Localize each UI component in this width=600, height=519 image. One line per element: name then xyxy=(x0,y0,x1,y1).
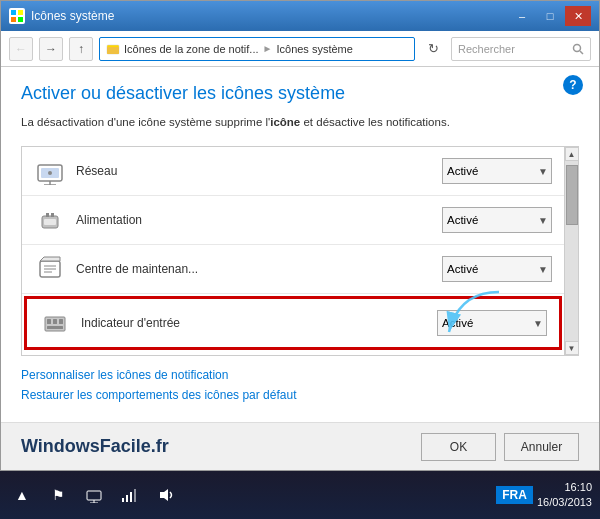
svg-rect-25 xyxy=(59,319,63,324)
centre-select[interactable]: Activé Désactivé xyxy=(442,256,552,282)
reseau-label: Réseau xyxy=(76,164,442,178)
personalize-link[interactable]: Personnaliser les icônes de notification xyxy=(21,368,579,382)
ok-button[interactable]: OK xyxy=(421,433,496,461)
window-title: Icônes système xyxy=(31,9,114,23)
indicateur-label: Indicateur d'entrée xyxy=(81,316,437,330)
svg-rect-26 xyxy=(47,326,63,329)
svg-rect-3 xyxy=(18,17,23,22)
maximize-button[interactable]: □ xyxy=(537,6,563,26)
centre-label: Centre de maintenan... xyxy=(76,262,442,276)
title-bar-left: Icônes système xyxy=(9,8,114,24)
volume-tray-icon[interactable] xyxy=(152,481,180,509)
svg-rect-2 xyxy=(11,17,16,22)
cancel-button[interactable]: Annuler xyxy=(504,433,579,461)
close-button[interactable]: ✕ xyxy=(565,6,591,26)
reseau-select-wrapper[interactable]: Activé Désactivé ▼ xyxy=(442,158,552,184)
breadcrumb-separator: ► xyxy=(263,43,273,54)
svg-rect-0 xyxy=(11,10,16,15)
svg-rect-5 xyxy=(107,47,119,54)
main-window: Icônes système – □ ✕ ← → ↑ Icônes de la … xyxy=(0,0,600,471)
system-clock: 16:10 16/03/2013 xyxy=(537,480,592,511)
scroll-up-button[interactable]: ▲ xyxy=(565,147,579,161)
title-bar: Icônes système – □ ✕ xyxy=(1,1,599,31)
reseau-icon xyxy=(34,155,66,187)
path-breadcrumb2: Icônes système xyxy=(276,43,352,55)
scroll-down-button[interactable]: ▼ xyxy=(565,341,579,355)
svg-rect-16 xyxy=(44,219,56,225)
svg-point-6 xyxy=(574,44,581,51)
svg-line-7 xyxy=(580,51,583,54)
scroll-thumb[interactable] xyxy=(566,165,578,225)
search-box[interactable]: Rechercher xyxy=(451,37,591,61)
svg-rect-24 xyxy=(53,319,57,324)
svg-rect-23 xyxy=(47,319,51,324)
help-icon[interactable]: ? xyxy=(563,75,583,95)
flag-tray-icon[interactable]: ⚑ xyxy=(44,481,72,509)
footer: WindowsFacile.fr OK Annuler xyxy=(1,422,599,470)
taskbar: ▲ ⚑ FRA 16:10 16 xyxy=(0,471,600,519)
language-indicator[interactable]: FRA xyxy=(496,486,533,504)
svg-rect-15 xyxy=(51,213,54,217)
back-button[interactable]: ← xyxy=(9,37,33,61)
address-path[interactable]: Icônes de la zone de notif... ► Icônes s… xyxy=(99,37,415,61)
address-bar: ← → ↑ Icônes de la zone de notif... ► Ic… xyxy=(1,31,599,67)
taskbar-right: FRA 16:10 16/03/2013 xyxy=(496,480,592,511)
footer-buttons: OK Annuler xyxy=(421,433,579,461)
svg-marker-35 xyxy=(160,489,168,501)
content-area: ? Activer ou désactiver les icônes systè… xyxy=(1,67,599,422)
table-content: Réseau Activé Désactivé ▼ xyxy=(22,147,564,355)
network-tray-icon[interactable] xyxy=(80,481,108,509)
search-placeholder: Rechercher xyxy=(458,43,568,55)
table-row: Alimentation Activé Désactivé ▼ xyxy=(22,196,564,245)
page-title: Activer ou désactiver les icônes système xyxy=(21,83,579,104)
svg-rect-34 xyxy=(134,489,136,502)
page-desc-bold: icône xyxy=(270,116,300,128)
page-description: La désactivation d'une icône système sup… xyxy=(21,114,579,130)
links-section: Personnaliser les icônes de notification… xyxy=(21,368,579,402)
icons-table: Réseau Activé Désactivé ▼ xyxy=(21,146,579,356)
table-row-highlighted: Indicateur d'entrée Activé Désactivé ▼ xyxy=(24,296,562,350)
up-arrow-tray-icon[interactable]: ▲ xyxy=(8,481,36,509)
indicateur-select[interactable]: Activé Désactivé xyxy=(437,310,547,336)
clock-date: 16/03/2013 xyxy=(537,495,592,510)
up-button[interactable]: ↑ xyxy=(69,37,93,61)
indicateur-icon xyxy=(39,307,71,339)
svg-rect-32 xyxy=(126,495,128,502)
svg-rect-28 xyxy=(87,491,101,500)
alimentation-icon xyxy=(34,204,66,236)
search-icon xyxy=(572,43,584,55)
minimize-button[interactable]: – xyxy=(509,6,535,26)
svg-point-12 xyxy=(48,171,52,175)
taskbar-left: ▲ ⚑ xyxy=(8,481,180,509)
alimentation-select-wrapper[interactable]: Activé Désactivé ▼ xyxy=(442,207,552,233)
clock-time: 16:10 xyxy=(537,480,592,495)
forward-button[interactable]: → xyxy=(39,37,63,61)
svg-rect-31 xyxy=(122,498,124,502)
alimentation-select[interactable]: Activé Désactivé xyxy=(442,207,552,233)
brand-text: WindowsFacile.fr xyxy=(21,436,169,457)
scrollbar[interactable]: ▲ ▼ xyxy=(564,147,578,355)
svg-rect-14 xyxy=(46,213,49,217)
signal-tray-icon[interactable] xyxy=(116,481,144,509)
svg-rect-33 xyxy=(130,492,132,502)
scroll-track[interactable] xyxy=(565,161,578,341)
window-icon xyxy=(9,8,25,24)
page-desc-text1: La désactivation d'une icône système sup… xyxy=(21,116,270,128)
alimentation-label: Alimentation xyxy=(76,213,442,227)
path-breadcrumb1: Icônes de la zone de notif... xyxy=(124,43,259,55)
restore-link[interactable]: Restaurer les comportements des icônes p… xyxy=(21,388,579,402)
refresh-button[interactable]: ↻ xyxy=(421,37,445,61)
svg-marker-21 xyxy=(40,257,60,261)
svg-rect-1 xyxy=(18,10,23,15)
table-row: Centre de maintenan... Activé Désactivé … xyxy=(22,245,564,294)
indicateur-select-wrapper[interactable]: Activé Désactivé ▼ xyxy=(437,310,547,336)
centre-select-wrapper[interactable]: Activé Désactivé ▼ xyxy=(442,256,552,282)
page-desc-text2: et désactive les notifications. xyxy=(300,116,450,128)
centre-icon xyxy=(34,253,66,285)
table-row: Réseau Activé Désactivé ▼ xyxy=(22,147,564,196)
window-controls: – □ ✕ xyxy=(509,6,591,26)
reseau-select[interactable]: Activé Désactivé xyxy=(442,158,552,184)
